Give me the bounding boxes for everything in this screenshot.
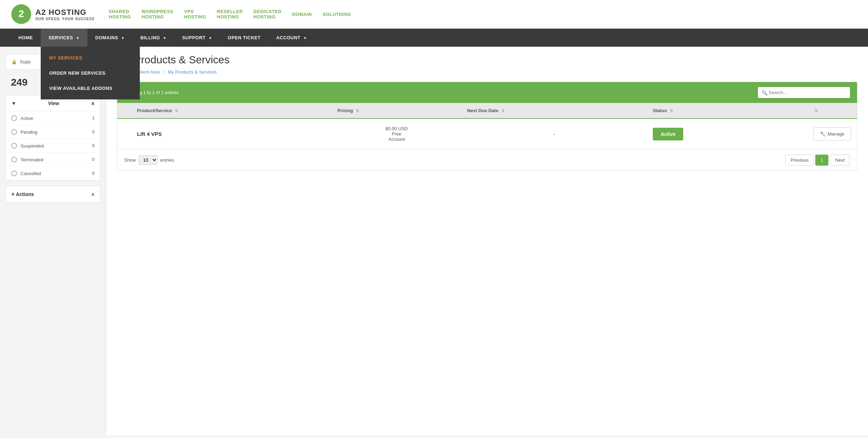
services-table-section: Showing 1 to 1 of 1 entries 🔍 Product/Se… xyxy=(117,82,857,171)
table-header-row: Product/Service ⇅ Pricing ⇅ Next Due Dat… xyxy=(117,103,857,119)
row-pricing-cell: $0.00 USD Free Account xyxy=(332,119,462,149)
pricing-text: $0.00 USD Free Account xyxy=(337,126,456,142)
sort-actions-icon: ⇅ xyxy=(815,109,818,113)
row-status-cell: Active xyxy=(647,119,807,149)
nav-home[interactable]: HOME xyxy=(11,29,41,47)
nav-domains[interactable]: DOMAINS ▼ xyxy=(87,29,132,47)
nav-open-ticket[interactable]: OPEN TICKET xyxy=(220,29,268,47)
top-nav-shared-hosting[interactable]: SHAREDHOSTING xyxy=(109,9,131,19)
row-product-cell: Lift 4 VPS xyxy=(131,119,332,149)
services-dropdown: MY SERVICES ORDER NEW SERVICES VIEW AVAI… xyxy=(41,47,140,99)
manage-button[interactable]: 🔧 Manage xyxy=(813,127,851,140)
row-manage-cell: 🔧 Manage xyxy=(807,119,857,149)
product-name: Lift 4 VPS xyxy=(137,131,162,137)
dropdown-order-new-services[interactable]: ORDER NEW SERVICES xyxy=(41,65,140,81)
account-dropdown-arrow: ▼ xyxy=(303,36,307,40)
show-entries: Show 10 25 50 entries xyxy=(124,155,174,165)
dropdown-view-addons[interactable]: VIEW AVAILABLE ADDONS xyxy=(41,81,140,96)
svg-text:2: 2 xyxy=(18,8,24,19)
sort-product-icon: ⇅ xyxy=(175,109,178,113)
filter-active-count: 1 xyxy=(92,116,95,121)
next-button[interactable]: Next xyxy=(830,155,850,166)
top-nav-wordpress-hosting[interactable]: WORDPRESSHOSTING xyxy=(142,9,173,19)
manage-label: Manage xyxy=(828,131,844,137)
top-nav-reseller-hosting[interactable]: RESELLERHOSTING xyxy=(217,9,243,19)
col-product-service[interactable]: Product/Service ⇅ xyxy=(131,103,332,119)
filter-label: View xyxy=(48,100,59,106)
main-content: My Products & Services Home / Client Are… xyxy=(106,47,868,435)
nav-support[interactable]: SUPPORT ▼ xyxy=(174,29,220,47)
breadcrumb-current[interactable]: My Products & Services xyxy=(168,69,217,75)
next-due-value: - xyxy=(554,131,555,137)
row-next-due-cell: - xyxy=(462,119,647,149)
dropdown-my-services[interactable]: MY SERVICES xyxy=(41,50,140,65)
billing-dropdown-arrow: ▼ xyxy=(163,36,166,40)
lock-icon: 🔒 xyxy=(11,59,17,64)
filter-cancelled[interactable]: Cancelled 0 xyxy=(6,167,100,180)
breadcrumb-client-area[interactable]: Client Area xyxy=(137,69,160,75)
domains-dropdown-arrow: ▼ xyxy=(121,36,125,40)
page-1-button[interactable]: 1 xyxy=(815,155,828,166)
sidebar: 🔒 Supp 249 ▼ View ∧ Active 1 xyxy=(0,47,106,435)
top-nav-domain[interactable]: DOMAIN xyxy=(292,12,312,17)
top-bar: 2 A2 HOSTING OUR SPEED, YOUR SUCCESS SHA… xyxy=(0,0,868,29)
col-actions: ⇅ xyxy=(807,103,857,119)
top-nav-vps-hosting[interactable]: VPSHOSTING xyxy=(184,9,206,19)
logo-subtitle: OUR SPEED, YOUR SUCCESS xyxy=(35,17,95,21)
radio-terminated[interactable] xyxy=(11,157,17,162)
page-wrapper: 🔒 Supp 249 ▼ View ∧ Active 1 xyxy=(0,47,868,435)
support-dropdown-arrow: ▼ xyxy=(209,36,212,40)
sort-pricing-icon: ⇅ xyxy=(356,109,359,113)
actions-chevron-icon: ∧ xyxy=(91,191,95,197)
filter-pending[interactable]: Pending 0 xyxy=(6,125,100,139)
filter-terminated[interactable]: Terminated 0 xyxy=(6,153,100,167)
plus-icon: + xyxy=(11,191,15,197)
filter-cancelled-label: Cancelled xyxy=(21,171,41,176)
logo-title: A2 HOSTING xyxy=(35,8,95,17)
table-toolbar: Showing 1 to 1 of 1 entries 🔍 xyxy=(117,82,857,103)
filter-active[interactable]: Active 1 xyxy=(6,111,100,125)
entries-select[interactable]: 10 25 50 xyxy=(139,155,158,165)
nav-services[interactable]: SERVICES ▼ MY SERVICES ORDER NEW SERVICE… xyxy=(41,29,87,47)
col-status[interactable]: Status ⇅ xyxy=(647,103,807,119)
actions-section: + Actions ∧ xyxy=(5,186,101,203)
entries-label: entries xyxy=(160,157,174,163)
nav-account[interactable]: ACCOUNT ▼ xyxy=(268,29,315,47)
services-table: Product/Service ⇅ Pricing ⇅ Next Due Dat… xyxy=(117,103,857,149)
logo-icon: 2 xyxy=(11,4,32,25)
row-checkbox-cell xyxy=(117,119,131,149)
radio-cancelled[interactable] xyxy=(11,171,17,176)
table-row: Lift 4 VPS $0.00 USD Free Account - xyxy=(117,119,857,149)
filter-pending-count: 0 xyxy=(92,129,95,134)
table-search-input[interactable] xyxy=(758,87,850,98)
filter-suspended-label: Suspended xyxy=(21,143,44,149)
search-icon: 🔍 xyxy=(761,90,767,96)
col-next-due-date[interactable]: Next Due Date ⇅ xyxy=(462,103,647,119)
radio-pending[interactable] xyxy=(11,129,17,135)
filter-pending-label: Pending xyxy=(21,129,38,135)
logo[interactable]: 2 A2 HOSTING OUR SPEED, YOUR SUCCESS xyxy=(11,4,95,25)
radio-active[interactable] xyxy=(11,115,17,121)
sort-status-icon: ⇅ xyxy=(670,109,673,113)
sort-due-date-icon: ⇅ xyxy=(501,109,504,113)
filter-suspended[interactable]: Suspended 0 xyxy=(6,139,100,153)
col-pricing[interactable]: Pricing ⇅ xyxy=(332,103,462,119)
radio-suspended[interactable] xyxy=(11,143,17,149)
page-title: My Products & Services xyxy=(117,54,857,66)
actions-header[interactable]: + Actions ∧ xyxy=(6,186,100,202)
wrench-icon: 🔧 xyxy=(820,131,826,137)
pricing-amount: $0.00 USD xyxy=(337,126,456,131)
show-label: Show xyxy=(124,157,136,163)
nav-billing[interactable]: BILLING ▼ xyxy=(132,29,174,47)
top-nav-dedicated-hosting[interactable]: DEDICATEDHOSTING xyxy=(253,9,281,19)
table-footer: Show 10 25 50 entries Previous 1 Next xyxy=(117,149,857,171)
prev-button[interactable]: Previous xyxy=(785,155,814,166)
top-nav-solutions[interactable]: SOLUTIONS xyxy=(322,12,351,17)
search-wrapper: 🔍 xyxy=(758,87,850,98)
col-checkbox xyxy=(117,103,131,119)
filter-suspended-count: 0 xyxy=(92,143,95,148)
status-badge: Active xyxy=(653,128,683,140)
filter-icon: ▼ xyxy=(11,100,16,106)
pagination: Previous 1 Next xyxy=(785,155,850,166)
top-nav: SHAREDHOSTING WORDPRESSHOSTING VPSHOSTIN… xyxy=(109,9,857,19)
